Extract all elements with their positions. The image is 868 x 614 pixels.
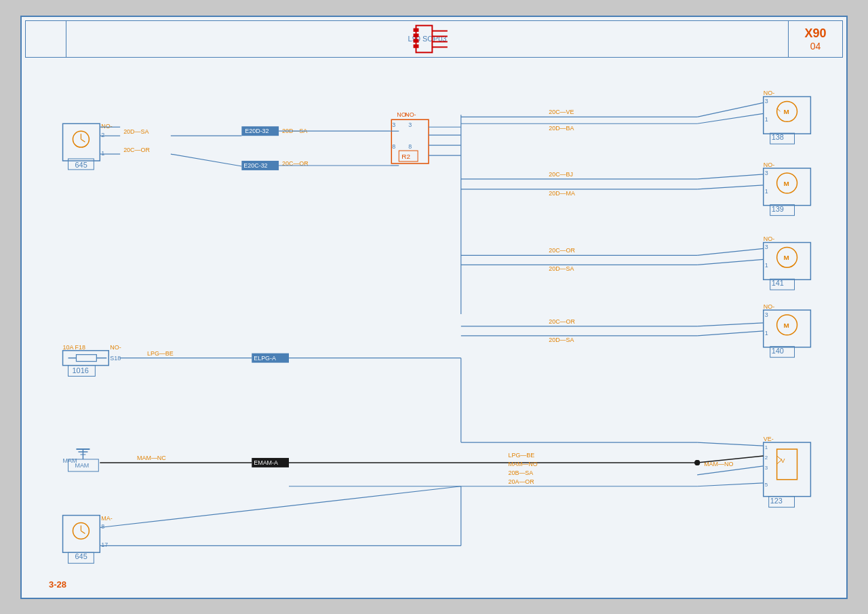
svg-text:10A F18: 10A F18: [63, 343, 85, 350]
svg-text:3: 3: [765, 244, 768, 250]
svg-text:1: 1: [765, 329, 768, 336]
svg-text:20D—SA: 20D—SA: [123, 128, 149, 135]
svg-text:20D—SA: 20D—SA: [549, 336, 574, 343]
svg-text:20C—OR: 20C—OR: [123, 147, 150, 153]
svg-text:1: 1: [765, 262, 768, 269]
svg-text:EMAM-A: EMAM-A: [254, 459, 278, 465]
svg-text:20C—BJ: 20C—BJ: [549, 170, 573, 177]
svg-point-172: [694, 459, 700, 465]
svg-text:20B—SA: 20B—SA: [508, 469, 533, 476]
svg-text:141: 141: [772, 279, 784, 287]
svg-text:1: 1: [765, 187, 768, 194]
svg-line-89: [697, 185, 764, 189]
svg-line-170: [697, 442, 764, 446]
svg-text:1: 1: [101, 150, 104, 157]
svg-text:138: 138: [772, 133, 784, 141]
svg-text:1: 1: [765, 444, 768, 450]
svg-text:20C—OR: 20C—OR: [549, 318, 575, 324]
svg-text:E20C-32: E20C-32: [243, 161, 267, 168]
svg-line-174: [697, 482, 764, 486]
svg-text:NO-: NO-: [764, 235, 774, 242]
svg-text:NO-: NO-: [101, 123, 112, 130]
svg-text:3: 3: [765, 169, 768, 176]
svg-text:3: 3: [765, 98, 768, 104]
svg-line-30: [171, 154, 242, 166]
svg-rect-9: [63, 123, 100, 161]
svg-text:20A—OR: 20A—OR: [508, 478, 534, 484]
page-number: 3-28: [49, 579, 66, 590]
svg-text:ELPG-A: ELPG-A: [254, 354, 276, 361]
svg-text:20D—SA: 20D—SA: [549, 265, 574, 272]
svg-text:NO-: NO-: [110, 343, 121, 350]
svg-text:17: 17: [101, 541, 108, 548]
svg-text:NO-: NO-: [764, 303, 774, 309]
svg-text:M: M: [784, 108, 789, 115]
svg-text:3: 3: [765, 311, 768, 318]
svg-text:MAM—NO: MAM—NO: [508, 460, 537, 467]
schematic-svg: 645 NO- 2 1 20D—SA 20C—OR E20D-32 20D—SA…: [22, 17, 846, 598]
diagram-container: L90 SOP03 X90 04 645 NO- 2 1 20D—SA 20C—…: [20, 16, 848, 599]
svg-text:140: 140: [772, 346, 784, 354]
svg-line-98: [697, 248, 764, 255]
svg-line-109: [697, 330, 764, 335]
svg-text:VE-: VE-: [764, 436, 774, 442]
svg-text:20C—OR: 20C—OR: [549, 247, 575, 254]
svg-text:V: V: [781, 457, 785, 463]
svg-rect-159: [764, 442, 811, 497]
svg-text:1: 1: [765, 116, 768, 123]
svg-text:8: 8: [408, 143, 412, 150]
svg-text:3: 3: [392, 121, 395, 128]
svg-text:2: 2: [101, 132, 104, 138]
svg-rect-164: [777, 449, 797, 480]
svg-text:NO-: NO-: [764, 90, 774, 96]
svg-text:MAM—NC: MAM—NC: [137, 454, 166, 461]
svg-text:3: 3: [408, 121, 412, 128]
svg-text:645: 645: [75, 552, 87, 560]
svg-text:5: 5: [765, 481, 768, 487]
svg-text:NO-: NO-: [405, 111, 416, 118]
svg-text:2: 2: [765, 454, 768, 460]
svg-text:3: 3: [765, 464, 768, 470]
svg-text:139: 139: [772, 204, 784, 212]
svg-text:20D—MA: 20D—MA: [549, 189, 575, 196]
svg-text:M: M: [784, 321, 789, 328]
svg-rect-146: [63, 515, 100, 552]
svg-text:8: 8: [392, 143, 395, 150]
svg-text:MA-: MA-: [101, 514, 112, 521]
svg-text:M: M: [784, 254, 789, 261]
svg-line-155: [100, 486, 461, 527]
svg-line-99: [697, 259, 764, 265]
svg-text:MAM: MAM: [75, 461, 89, 468]
svg-text:NO-: NO-: [764, 161, 774, 168]
svg-line-88: [697, 174, 764, 178]
svg-line-108: [697, 322, 764, 326]
svg-text:E20D-32: E20D-32: [245, 128, 269, 134]
svg-text:123: 123: [770, 496, 783, 504]
svg-text:LPG—BE: LPG—BE: [508, 451, 534, 458]
svg-line-149: [81, 531, 85, 533]
svg-text:R2: R2: [401, 153, 410, 160]
svg-rect-115: [76, 354, 96, 361]
svg-text:20D—BA: 20D—BA: [549, 125, 574, 132]
svg-line-12: [81, 139, 85, 142]
svg-text:M: M: [784, 179, 789, 187]
svg-text:S18: S18: [110, 354, 121, 361]
svg-text:LPG—BE: LPG—BE: [147, 349, 174, 356]
svg-text:20C—VE: 20C—VE: [549, 109, 574, 115]
svg-text:645: 645: [75, 160, 87, 168]
svg-text:1016: 1016: [72, 366, 88, 374]
